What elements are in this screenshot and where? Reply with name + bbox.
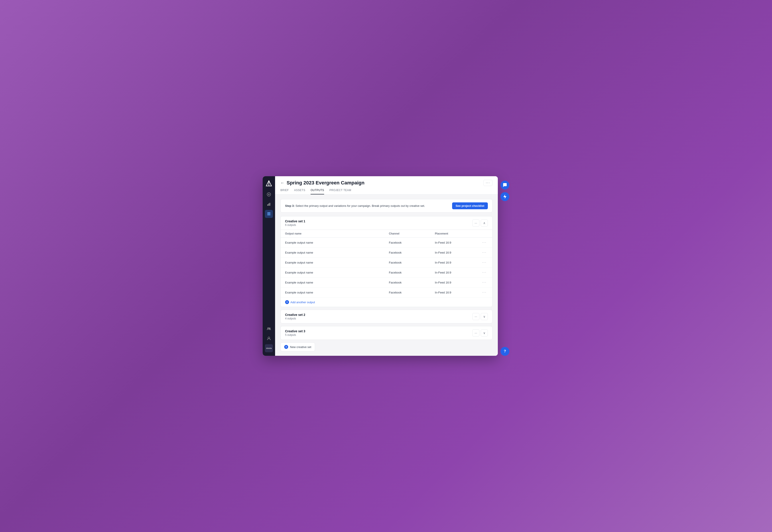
output-placement-cell: In-Feed 16:9	[430, 278, 476, 288]
svg-rect-7	[270, 203, 270, 206]
sidebar-item-team[interactable]	[265, 325, 273, 333]
workspace-label[interactable]: siesta	[265, 344, 273, 352]
output-placement-cell: In-Feed 16:9	[430, 248, 476, 258]
creative-set-3-actions: ··· ∨	[472, 329, 488, 336]
output-row-actions-cell: ···	[476, 288, 492, 297]
new-creative-set-label: New creative set	[290, 345, 311, 349]
step-label: Step 3:	[285, 204, 295, 207]
step-description: Select the primary output and variations…	[295, 204, 425, 207]
creative-set-3-menu-button[interactable]: ···	[472, 329, 479, 336]
step-text: Step 3: Select the primary output and va…	[285, 204, 425, 207]
table-row: Example output name Facebook In-Feed 16:…	[281, 248, 492, 258]
output-channel-cell: Facebook	[384, 258, 430, 268]
creative-set-3-expand-button[interactable]: ∨	[481, 329, 488, 336]
creative-set-1-actions: ··· ∧	[472, 219, 488, 227]
table-row: Example output name Facebook In-Feed 16:…	[281, 278, 492, 288]
output-channel-cell: Facebook	[384, 238, 430, 248]
creative-set-2-menu-button[interactable]: ···	[472, 313, 479, 320]
back-button[interactable]: ←	[280, 181, 284, 185]
page-title: Spring 2023 Evergreen Campaign	[287, 180, 365, 186]
svg-rect-10	[267, 215, 271, 215]
output-channel-cell: Facebook	[384, 278, 430, 288]
creative-set-2-count: 4 outputs	[285, 317, 305, 320]
table-row: Example output name Facebook In-Feed 16:…	[281, 258, 492, 268]
svg-rect-9	[267, 213, 271, 214]
output-row-actions-cell: ···	[476, 248, 492, 258]
header-title-row: ← Spring 2023 Evergreen Campaign	[280, 180, 365, 186]
output-name-cell: Example output name	[281, 268, 384, 278]
output-row-actions-cell: ···	[476, 278, 492, 288]
step-banner: Step 3: Select the primary output and va…	[280, 199, 492, 213]
add-output-row: + Add another output	[281, 297, 492, 307]
output-row-menu-button[interactable]: ···	[481, 280, 488, 285]
output-table-1: Output name Channel Placement Example ou…	[281, 230, 492, 297]
tab-project-team[interactable]: PROJECT TEAM	[329, 189, 351, 194]
svg-point-12	[269, 328, 271, 329]
creative-set-1-header: Creative set 1 6 outputs ··· ∧	[281, 216, 492, 230]
output-row-menu-button[interactable]: ···	[481, 290, 488, 295]
creative-set-2-expand-button[interactable]: ∨	[481, 313, 488, 320]
svg-marker-14	[503, 194, 506, 199]
table-row: Example output name Facebook In-Feed 16:…	[281, 288, 492, 297]
help-fab[interactable]: ?	[500, 347, 509, 356]
creative-set-1-card: Creative set 1 6 outputs ··· ∧ Output na…	[280, 216, 492, 307]
svg-point-11	[268, 328, 269, 329]
output-name-cell: Example output name	[281, 248, 384, 258]
creative-set-1-menu-button[interactable]: ···	[472, 219, 479, 227]
sidebar-item-add[interactable]	[265, 190, 273, 198]
fab-column: ?	[500, 176, 509, 356]
bolt-fab[interactable]	[500, 192, 509, 201]
creative-set-3-info: Creative set 3 5 outputs	[285, 329, 305, 336]
add-output-icon: +	[285, 300, 289, 304]
output-channel-cell: Facebook	[384, 268, 430, 278]
output-placement-cell: In-Feed 16:9	[430, 258, 476, 268]
svg-point-13	[268, 337, 270, 339]
output-row-menu-button[interactable]: ···	[481, 260, 488, 265]
output-row-actions-cell: ···	[476, 268, 492, 278]
sidebar-item-outputs[interactable]	[265, 210, 273, 218]
creative-set-2-info: Creative set 2 4 outputs	[285, 313, 305, 320]
creative-set-3-header: Creative set 3 5 outputs ··· ∨	[281, 326, 492, 340]
col-header-channel: Channel	[384, 230, 430, 238]
output-row-menu-button[interactable]: ···	[481, 250, 488, 255]
output-row-menu-button[interactable]: ···	[481, 270, 488, 275]
output-placement-cell: In-Feed 16:9	[430, 238, 476, 248]
output-name-cell: Example output name	[281, 278, 384, 288]
output-row-menu-button[interactable]: ···	[481, 240, 488, 245]
output-name-cell: Example output name	[281, 238, 384, 248]
chat-fab[interactable]	[500, 181, 509, 190]
header: ← Spring 2023 Evergreen Campaign ··· BRI…	[275, 176, 498, 195]
creative-set-3-count: 5 outputs	[285, 333, 305, 336]
output-channel-cell: Facebook	[384, 288, 430, 297]
svg-rect-8	[267, 212, 271, 213]
col-header-placement: Placement	[430, 230, 476, 238]
new-creative-set-button[interactable]: + New creative set	[280, 342, 315, 351]
add-another-output-button[interactable]: + Add another output	[285, 300, 315, 304]
sidebar-logo[interactable]	[265, 180, 273, 187]
col-header-output-name: Output name	[281, 230, 384, 238]
svg-rect-6	[269, 203, 269, 206]
creative-set-2-actions: ··· ∨	[472, 313, 488, 320]
tab-outputs[interactable]: OUTPUTS	[311, 189, 324, 194]
table-row: Example output name Facebook In-Feed 16:…	[281, 268, 492, 278]
creative-set-1-collapse-button[interactable]: ∧	[481, 219, 488, 227]
creative-set-3-card: Creative set 3 5 outputs ··· ∨	[280, 326, 492, 340]
header-menu-button[interactable]: ···	[483, 180, 492, 186]
creative-set-2-header: Creative set 2 4 outputs ··· ∨	[281, 310, 492, 323]
creative-set-2-name: Creative set 2	[285, 313, 305, 317]
output-channel-cell: Facebook	[384, 248, 430, 258]
col-header-actions	[476, 230, 492, 238]
creative-set-2-card: Creative set 2 4 outputs ··· ∨	[280, 310, 492, 323]
tabs: BRIEF ASSETS OUTPUTS PROJECT TEAM	[280, 189, 492, 194]
sidebar-item-person[interactable]	[265, 334, 273, 342]
sidebar-item-analytics[interactable]	[265, 200, 273, 208]
table-row: Example output name Facebook In-Feed 16:…	[281, 238, 492, 248]
see-project-checklist-button[interactable]: See project checklist	[452, 202, 488, 209]
creative-set-1-info: Creative set 1 6 outputs	[285, 219, 305, 227]
tab-assets[interactable]: ASSETS	[294, 189, 305, 194]
tab-brief[interactable]: BRIEF	[280, 189, 289, 194]
new-creative-set-icon: +	[284, 345, 288, 349]
svg-rect-5	[267, 204, 268, 206]
creative-set-1-count: 6 outputs	[285, 223, 305, 227]
sidebar: siesta	[263, 176, 275, 356]
